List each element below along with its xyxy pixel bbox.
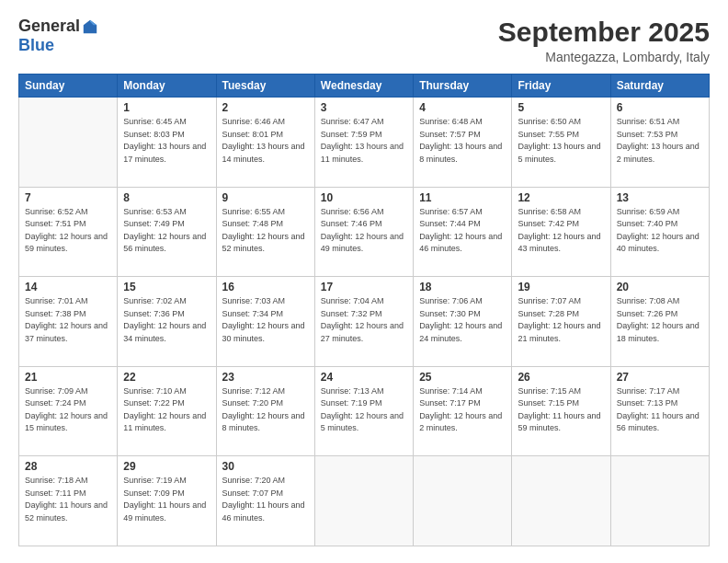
day-info: Sunrise: 6:55 AMSunset: 7:48 PMDaylight:…: [222, 206, 309, 256]
calendar-cell: 18Sunrise: 7:06 AMSunset: 7:30 PMDayligh…: [414, 277, 512, 367]
day-info: Sunrise: 7:12 AMSunset: 7:20 PMDaylight:…: [222, 385, 309, 435]
col-monday: Monday: [118, 75, 216, 98]
day-number: 19: [518, 281, 604, 293]
location: Mantegazza, Lombardy, Italy: [498, 50, 710, 64]
day-number: 5: [518, 101, 604, 114]
day-info: Sunrise: 6:45 AMSunset: 8:03 PMDaylight:…: [123, 116, 210, 166]
page: General Blue September 2025 Mantegazza, …: [0, 0, 728, 563]
week-row-5: 28Sunrise: 7:18 AMSunset: 7:11 PMDayligh…: [19, 456, 710, 546]
svg-marker-0: [84, 19, 97, 32]
day-info: Sunrise: 7:19 AMSunset: 7:09 PMDaylight:…: [123, 475, 210, 524]
day-number: 11: [419, 191, 506, 204]
day-info: Sunrise: 6:46 AMSunset: 8:01 PMDaylight:…: [222, 116, 309, 166]
calendar-cell: 17Sunrise: 7:04 AMSunset: 7:32 PMDayligh…: [314, 277, 413, 367]
calendar-cell: 16Sunrise: 7:03 AMSunset: 7:34 PMDayligh…: [216, 277, 314, 367]
day-number: 23: [222, 371, 309, 384]
day-number: 28: [25, 460, 111, 473]
calendar-cell: 30Sunrise: 7:20 AMSunset: 7:07 PMDayligh…: [216, 456, 314, 546]
calendar-cell: 28Sunrise: 7:18 AMSunset: 7:11 PMDayligh…: [19, 456, 118, 546]
day-info: Sunrise: 7:13 AMSunset: 7:19 PMDaylight:…: [321, 385, 407, 435]
day-info: Sunrise: 6:52 AMSunset: 7:51 PMDaylight:…: [25, 206, 111, 256]
day-number: 24: [321, 371, 407, 384]
day-info: Sunrise: 7:03 AMSunset: 7:34 PMDaylight:…: [222, 295, 309, 345]
day-info: Sunrise: 6:51 AMSunset: 7:53 PMDaylight:…: [617, 116, 703, 166]
calendar-cell: 8Sunrise: 6:53 AMSunset: 7:49 PMDaylight…: [118, 187, 216, 277]
day-number: 14: [25, 281, 111, 293]
day-info: Sunrise: 7:10 AMSunset: 7:22 PMDaylight:…: [123, 385, 210, 435]
col-sunday: Sunday: [19, 75, 118, 98]
day-info: Sunrise: 7:15 AMSunset: 7:15 PMDaylight:…: [518, 385, 604, 435]
day-number: 18: [419, 281, 506, 293]
day-number: 6: [617, 101, 703, 114]
day-info: Sunrise: 6:48 AMSunset: 7:57 PMDaylight:…: [419, 116, 506, 166]
day-number: 20: [617, 281, 703, 293]
day-info: Sunrise: 6:47 AMSunset: 7:59 PMDaylight:…: [321, 116, 407, 166]
logo-icon: [82, 18, 98, 35]
day-number: 22: [123, 371, 210, 384]
title-block: September 2025 Mantegazza, Lombardy, Ita…: [498, 17, 710, 64]
calendar-cell: 9Sunrise: 6:55 AMSunset: 7:48 PMDaylight…: [216, 187, 314, 277]
day-number: 3: [321, 101, 407, 114]
calendar-cell: 19Sunrise: 7:07 AMSunset: 7:28 PMDayligh…: [512, 277, 610, 367]
day-info: Sunrise: 7:17 AMSunset: 7:13 PMDaylight:…: [617, 385, 703, 435]
day-info: Sunrise: 6:50 AMSunset: 7:55 PMDaylight:…: [518, 116, 604, 166]
day-info: Sunrise: 7:14 AMSunset: 7:17 PMDaylight:…: [419, 385, 506, 435]
day-number: 17: [321, 281, 407, 293]
logo: General Blue: [18, 17, 98, 55]
day-info: Sunrise: 6:53 AMSunset: 7:49 PMDaylight:…: [123, 206, 210, 256]
day-info: Sunrise: 7:01 AMSunset: 7:38 PMDaylight:…: [25, 295, 111, 345]
day-info: Sunrise: 7:18 AMSunset: 7:11 PMDaylight:…: [25, 475, 111, 524]
col-friday: Friday: [512, 75, 610, 98]
day-number: 13: [617, 191, 703, 204]
logo-general: General: [18, 17, 80, 36]
day-info: Sunrise: 6:58 AMSunset: 7:42 PMDaylight:…: [518, 206, 604, 256]
day-info: Sunrise: 6:56 AMSunset: 7:46 PMDaylight:…: [321, 206, 407, 256]
calendar-table: Sunday Monday Tuesday Wednesday Thursday…: [18, 74, 710, 546]
day-number: 10: [321, 191, 407, 204]
day-info: Sunrise: 7:20 AMSunset: 7:07 PMDaylight:…: [222, 475, 309, 524]
calendar-cell: [610, 456, 709, 546]
day-number: 29: [123, 460, 210, 473]
day-number: 25: [419, 371, 506, 384]
day-info: Sunrise: 7:02 AMSunset: 7:36 PMDaylight:…: [123, 295, 210, 345]
calendar-cell: 29Sunrise: 7:19 AMSunset: 7:09 PMDayligh…: [118, 456, 216, 546]
calendar-cell: 7Sunrise: 6:52 AMSunset: 7:51 PMDaylight…: [19, 187, 118, 277]
calendar-cell: [414, 456, 512, 546]
day-number: 2: [222, 101, 309, 114]
day-info: Sunrise: 7:08 AMSunset: 7:26 PMDaylight:…: [617, 295, 703, 345]
day-number: 15: [123, 281, 210, 293]
calendar-cell: 5Sunrise: 6:50 AMSunset: 7:55 PMDaylight…: [512, 98, 610, 188]
day-number: 21: [25, 371, 111, 384]
calendar-cell: 21Sunrise: 7:09 AMSunset: 7:24 PMDayligh…: [19, 366, 118, 456]
calendar-cell: 15Sunrise: 7:02 AMSunset: 7:36 PMDayligh…: [118, 277, 216, 367]
col-saturday: Saturday: [610, 75, 709, 98]
col-tuesday: Tuesday: [216, 75, 314, 98]
calendar-cell: 3Sunrise: 6:47 AMSunset: 7:59 PMDaylight…: [314, 98, 413, 188]
day-number: 30: [222, 460, 309, 473]
day-number: 7: [25, 191, 111, 204]
day-number: 12: [518, 191, 604, 204]
day-info: Sunrise: 7:09 AMSunset: 7:24 PMDaylight:…: [25, 385, 111, 435]
calendar-cell: 6Sunrise: 6:51 AMSunset: 7:53 PMDaylight…: [610, 98, 709, 188]
day-number: 27: [617, 371, 703, 384]
calendar-cell: 1Sunrise: 6:45 AMSunset: 8:03 PMDaylight…: [118, 98, 216, 188]
logo-blue: Blue: [18, 36, 54, 55]
calendar-cell: 4Sunrise: 6:48 AMSunset: 7:57 PMDaylight…: [414, 98, 512, 188]
day-number: 9: [222, 191, 309, 204]
day-info: Sunrise: 7:07 AMSunset: 7:28 PMDaylight:…: [518, 295, 604, 345]
week-row-3: 14Sunrise: 7:01 AMSunset: 7:38 PMDayligh…: [19, 277, 710, 367]
header-row: Sunday Monday Tuesday Wednesday Thursday…: [19, 75, 710, 98]
calendar-cell: 20Sunrise: 7:08 AMSunset: 7:26 PMDayligh…: [610, 277, 709, 367]
col-wednesday: Wednesday: [314, 75, 413, 98]
calendar-cell: [19, 98, 118, 188]
calendar-cell: [512, 456, 610, 546]
day-info: Sunrise: 7:04 AMSunset: 7:32 PMDaylight:…: [321, 295, 407, 345]
calendar-cell: 27Sunrise: 7:17 AMSunset: 7:13 PMDayligh…: [610, 366, 709, 456]
day-info: Sunrise: 6:57 AMSunset: 7:44 PMDaylight:…: [419, 206, 506, 256]
week-row-2: 7Sunrise: 6:52 AMSunset: 7:51 PMDaylight…: [19, 187, 710, 277]
calendar-cell: 22Sunrise: 7:10 AMSunset: 7:22 PMDayligh…: [118, 366, 216, 456]
day-number: 4: [419, 101, 506, 114]
calendar-cell: [314, 456, 413, 546]
day-number: 1: [123, 101, 210, 114]
day-info: Sunrise: 6:59 AMSunset: 7:40 PMDaylight:…: [617, 206, 703, 256]
